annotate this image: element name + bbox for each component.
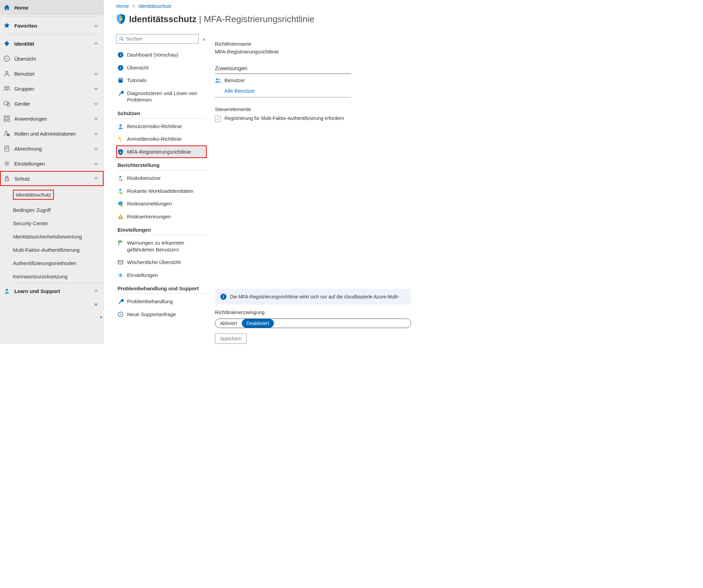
nav-rollen-label: Rollen und Administratoren: [14, 131, 93, 137]
secnav-diagnose[interactable]: Diagnostizieren und Lösen von Problemen: [116, 87, 207, 106]
subnav-auth-methoden[interactable]: Authentifizierungsmethoden: [13, 257, 104, 270]
nav-home[interactable]: Home: [0, 0, 104, 15]
secnav-risikoerkennungen[interactable]: Risikoerkennungen: [116, 210, 207, 223]
svg-point-14: [6, 163, 8, 165]
subnav-kennwort[interactable]: Kennwortzurücksetzung: [13, 270, 104, 283]
svg-point-38: [120, 313, 122, 315]
secnav-benutzerrisiko[interactable]: Benutzerrisiko-Richtlinie: [116, 120, 207, 133]
chevron-down-icon: [93, 86, 99, 91]
chevron-down-icon: [93, 71, 99, 76]
divider: [5, 34, 99, 35]
svg-point-11: [5, 131, 7, 133]
nav-gruppen[interactable]: Gruppen: [0, 81, 104, 96]
nav-schutz[interactable]: Schutz: [0, 171, 104, 186]
secnav-einstellungen[interactable]: Einstellungen: [116, 269, 207, 282]
subnav-mfa[interactable]: Multi-Faktor-Authentifizierung: [13, 243, 104, 257]
secnav-problembehandlung[interactable]: Problembehandlung: [116, 295, 207, 308]
secnav-warnungen[interactable]: Warnungen zu erkannten gefährdeten Benut…: [116, 236, 207, 256]
svg-point-31: [119, 189, 121, 191]
gear-icon: [3, 160, 10, 167]
secnav-anmelderisiko[interactable]: Anmelderisiko-Richtlinie: [116, 133, 207, 145]
secnav-group-problembehandlung: Problembehandlung und Support: [116, 281, 207, 294]
chevron-down-icon: [93, 116, 99, 121]
svg-point-18: [120, 37, 123, 40]
nav-uebersicht[interactable]: i Übersicht: [0, 51, 104, 66]
speichern-button[interactable]: Speichern: [215, 334, 247, 344]
page-title-main: Identitätsschutz: [129, 14, 197, 24]
toggle-deaktiviert[interactable]: Deaktiviert: [242, 319, 274, 328]
svg-point-2: [6, 71, 8, 73]
chevron-up-icon: [93, 41, 99, 46]
page-title: Identitätsschutz | MFA-Registrierungsric…: [116, 14, 703, 31]
wrench-icon: [118, 90, 124, 96]
benutzer-row[interactable]: Benutzer: [215, 77, 411, 83]
breadcrumb-identitaetsschutz[interactable]: Identitätsschutz: [138, 3, 171, 9]
erzwingung-toggle[interactable]: Aktiviert Deaktiviert: [215, 319, 411, 328]
nav-identitaet[interactable]: Identität: [0, 36, 104, 51]
subnav-bedingter-zugriff[interactable]: Bedingter Zugriff: [13, 203, 104, 217]
erzwingung-label: Richtlinienerzwingung: [215, 309, 411, 315]
collapse-secondary-button[interactable]: «: [203, 36, 205, 42]
chevron-down-icon: [93, 146, 99, 151]
nav-geraete[interactable]: Geräte: [0, 96, 104, 111]
nav-favoriten[interactable]: Favoriten: [0, 18, 104, 33]
flag-icon: [118, 240, 124, 246]
collapse-sidebar-button[interactable]: «: [0, 298, 104, 310]
secnav-woechentlich[interactable]: Wöchentliche Übersicht: [116, 256, 207, 269]
nav-einstellungen[interactable]: Einstellungen: [0, 156, 104, 171]
page-title-sep: |: [197, 14, 204, 24]
nav-schutz-label: Schutz: [14, 176, 93, 182]
zuweisungen-heading: Zuweisungen: [215, 63, 351, 74]
nav-identitaet-label: Identität: [14, 41, 93, 47]
chevron-down-icon: [93, 161, 99, 166]
info-circle-icon: i: [3, 55, 10, 62]
subnav-security-center[interactable]: Security Center: [13, 217, 104, 230]
alle-benutzer-link[interactable]: Alle Benutzer: [215, 86, 411, 97]
richtlinienname-label: Richtlinienname: [215, 41, 411, 47]
nav-anwendungen[interactable]: Anwendungen: [0, 111, 104, 126]
breadcrumb-home[interactable]: Home: [116, 3, 129, 9]
secnav-uebersicht[interactable]: i Übersicht: [116, 61, 207, 74]
secnav-risikoanmeldungen[interactable]: Risikoanmeldungen: [116, 197, 207, 210]
svg-rect-29: [120, 152, 122, 153]
toggle-aktiviert[interactable]: Aktiviert: [215, 319, 242, 328]
nav-geraete-label: Geräte: [14, 101, 93, 107]
subnav-identitaetsschutz[interactable]: Identitätsschutz: [13, 186, 104, 203]
apps-icon: [3, 115, 10, 122]
nav-rollen[interactable]: Rollen und Administratoren: [0, 126, 104, 141]
chevron-up-icon: [93, 288, 99, 294]
main-content: Richtlinienname MFA-Registrierungsrichtl…: [207, 0, 411, 344]
shield-small-icon: [118, 149, 124, 155]
subnav-identitaetsbewertung[interactable]: Identitätssicherheitsbewertung: [13, 230, 104, 243]
nav-abrechnung[interactable]: Abrechnung: [0, 141, 104, 156]
secnav-tutorials[interactable]: Tutorials: [116, 74, 207, 87]
secnav-mfa-registrierung[interactable]: MFA-Registrierungsrichtlinie: [116, 145, 207, 158]
svg-point-25: [120, 124, 122, 126]
nav-learn-support[interactable]: Learn und Support: [0, 283, 104, 298]
users-icon: [215, 78, 222, 83]
divider: [5, 16, 99, 17]
nav-learn-label: Learn und Support: [14, 288, 93, 294]
svg-point-3: [5, 87, 6, 88]
secnav-neue-supportanfrage[interactable]: Neue Supportanfrage: [116, 308, 207, 321]
secnav-dashboard[interactable]: i Dashboard (Vorschau): [116, 48, 207, 61]
secnav-riskante-workload[interactable]: Riskante Workloadidentitäten: [116, 185, 207, 198]
secnav-group-schuetzen: Schützen: [116, 106, 207, 119]
device-icon: [3, 100, 10, 107]
search-input[interactable]: Suchen: [116, 34, 199, 44]
mail-icon: [118, 259, 124, 265]
info-filled-icon: i: [118, 65, 124, 71]
breadcrumb: Home > Identitätsschutz: [116, 3, 703, 14]
nav-benutzer-label: Benutzer: [14, 71, 93, 77]
breadcrumb-sep: >: [132, 3, 135, 9]
nav-benutzer[interactable]: Benutzer: [0, 66, 104, 81]
mfa-required-checkbox-row[interactable]: ✓ Registrierung für Multi-Faktor-Authent…: [215, 115, 351, 122]
user-warn-icon: [118, 175, 124, 181]
secnav-risikobenutzer[interactable]: Risikobenutzer: [116, 172, 207, 185]
svg-rect-34: [119, 241, 119, 245]
subnav-identitaetsschutz-label: Identitätsschutz: [13, 190, 54, 200]
svg-rect-24: [119, 79, 122, 79]
user-warn-icon: [118, 188, 124, 194]
checkbox-icon: ✓: [215, 116, 221, 122]
info-filled-icon: i: [118, 52, 124, 58]
